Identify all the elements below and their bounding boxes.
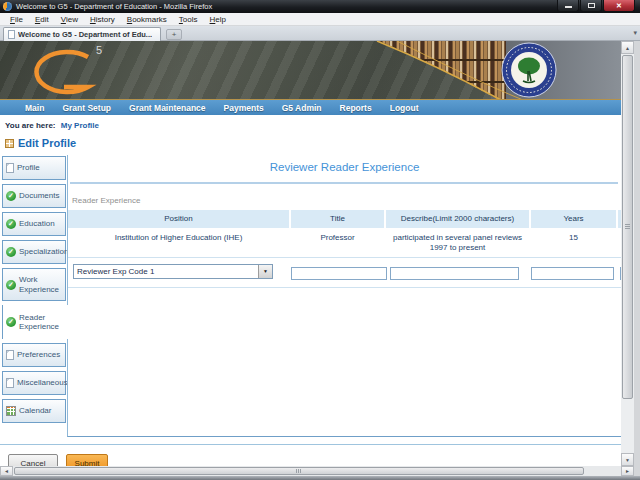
table-row: Institution of Higher Education (IHE) Pr… (68, 228, 621, 255)
describe-input[interactable] (390, 267, 519, 280)
sidebar-item-miscellaneous[interactable]: Miscellaneous (2, 371, 66, 395)
sidebar-item-education[interactable]: ✓ Education (2, 212, 66, 236)
cell-title: Professor (291, 228, 384, 255)
reader-experience-table: Position Title Describe(Limit 2000 chara… (68, 210, 621, 288)
sidebar-item-reader-experience[interactable]: ✓ Reader Experience (2, 305, 68, 339)
content-panel: Reviewer Reader Experience Reader Experi… (67, 155, 621, 437)
firefox-icon (3, 2, 12, 11)
menu-view[interactable]: View (55, 15, 84, 24)
vertical-scrollbar-thumb[interactable] (622, 55, 633, 399)
column-header-title: Title (291, 210, 384, 228)
position-select[interactable]: Reviewer Exp Code 1 ▼ (73, 264, 273, 279)
years-input[interactable] (531, 267, 614, 280)
nav-main[interactable]: Main (16, 103, 53, 113)
check-icon: ✓ (6, 247, 16, 257)
sidebar-item-documents[interactable]: ✓ Documents (2, 184, 66, 208)
g5-logo (22, 47, 100, 97)
page-icon (8, 30, 15, 39)
title-divider (70, 182, 618, 184)
vertical-scrollbar[interactable]: ▲ ▼ (621, 41, 634, 466)
sidebar-item-calendar[interactable]: Calendar (2, 399, 66, 423)
section-label: Reader Experience (72, 196, 140, 205)
firefox-window: Welcome to G5 - Department of Education … (0, 0, 640, 480)
menu-tools[interactable]: Tools (173, 15, 204, 24)
check-icon: ✓ (6, 191, 16, 201)
menu-bookmarks[interactable]: Bookmarks (121, 15, 173, 24)
scroll-left-icon[interactable]: ◄ (0, 466, 13, 476)
window-title: Welcome to G5 - Department of Education … (16, 2, 212, 11)
close-button[interactable]: ✕ (603, 0, 635, 12)
breadcrumb: You are here: My Profile (5, 121, 99, 130)
check-icon: ✓ (6, 219, 16, 229)
breadcrumb-my-profile-link[interactable]: My Profile (61, 121, 99, 130)
chevron-down-icon: ▼ (258, 265, 272, 278)
main-nav: Main Grant Setup Grant Maintenance Payme… (0, 100, 621, 115)
cell-describe: participated in several panel reviews 19… (386, 228, 529, 255)
nav-g5-admin[interactable]: G5 Admin (273, 103, 331, 113)
window-controls: ✕ (557, 0, 635, 12)
row-divider (68, 287, 621, 288)
tab-bar: Welcome to G5 - Department of Edu... + ▾ (0, 26, 640, 41)
sidebar-item-specialization[interactable]: ✓ Specialization (2, 240, 66, 264)
page-icon (6, 378, 14, 388)
sidebar-item-preferences[interactable]: Preferences (2, 343, 66, 367)
footer-divider (0, 444, 621, 445)
horizontal-scrollbar[interactable]: ◄ ► (0, 466, 634, 476)
column-header-position: Position (68, 210, 289, 228)
title-input[interactable] (291, 267, 387, 280)
tab-welcome-g5[interactable]: Welcome to G5 - Department of Edu... (3, 27, 161, 41)
menu-edit[interactable]: Edit (29, 15, 55, 24)
g5-banner: 5 Empowering the grant community. (0, 41, 621, 100)
nav-grant-setup[interactable]: Grant Setup (53, 103, 120, 113)
cell-position: Institution of Higher Education (IHE) (68, 228, 289, 255)
minimize-icon (565, 6, 572, 8)
breadcrumb-prefix: You are here: (5, 121, 56, 130)
g5-logo-5: 5 (96, 44, 102, 56)
column-header-describe: Describe(Limit 2000 characters) (386, 210, 529, 228)
maximize-button[interactable] (580, 0, 602, 12)
position-select-value: Reviewer Exp Code 1 (77, 267, 154, 276)
menu-history[interactable]: History (84, 15, 121, 24)
minimize-button[interactable] (557, 0, 579, 12)
list-tabs-icon[interactable]: ▾ (633, 29, 637, 37)
scroll-down-icon[interactable]: ▼ (621, 453, 634, 466)
column-header-years: Years (531, 210, 616, 228)
table-form-row: Reviewer Exp Code 1 ▼ (68, 258, 621, 285)
new-tab-button[interactable]: + (166, 29, 182, 40)
edit-profile-icon (5, 139, 14, 148)
page-icon (6, 350, 14, 360)
check-icon: ✓ (6, 317, 16, 327)
check-icon: ✓ (6, 280, 16, 290)
cell-years: 15 (531, 228, 616, 255)
sidebar-item-work-experience[interactable]: ✓ Work Experience (2, 268, 66, 301)
menu-help[interactable]: Help (204, 15, 232, 24)
menu-file[interactable]: File (4, 15, 29, 24)
scroll-right-icon[interactable]: ► (621, 466, 634, 476)
maximize-icon (588, 3, 595, 8)
horizontal-scrollbar-thumb[interactable] (14, 467, 584, 475)
menu-bar: File Edit View History Bookmarks Tools H… (0, 13, 640, 26)
sidebar-item-profile[interactable]: Profile (2, 156, 66, 180)
content-title: Reviewer Reader Experience (68, 161, 621, 173)
nav-reports[interactable]: Reports (331, 103, 381, 113)
page-title: Edit Profile (18, 137, 76, 149)
nav-grant-maintenance[interactable]: Grant Maintenance (120, 103, 215, 113)
calendar-icon (6, 406, 16, 416)
department-of-education-seal (502, 43, 556, 97)
page-heading: Edit Profile (5, 137, 76, 149)
scroll-up-icon[interactable]: ▲ (621, 41, 634, 54)
banner-photo (371, 41, 621, 100)
table-header-row: Position Title Describe(Limit 2000 chara… (68, 210, 621, 228)
page-icon (6, 163, 14, 173)
tab-title: Welcome to G5 - Department of Edu... (18, 30, 152, 39)
nav-logout[interactable]: Logout (381, 103, 428, 113)
title-bar: Welcome to G5 - Department of Education … (0, 0, 640, 13)
nav-payments[interactable]: Payments (215, 103, 273, 113)
window-bottom-edge (0, 476, 640, 480)
